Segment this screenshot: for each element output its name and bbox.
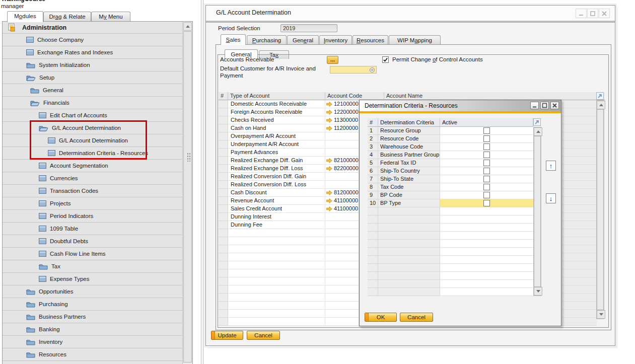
criteria-row-empty[interactable] bbox=[368, 248, 533, 256]
minimize-icon[interactable] bbox=[530, 102, 539, 109]
row-num-cell[interactable] bbox=[219, 116, 228, 124]
col-account-name[interactable]: Account Name bbox=[384, 92, 597, 100]
criteria-table-scrollbar[interactable] bbox=[533, 127, 541, 296]
row-num-cell[interactable] bbox=[219, 132, 228, 140]
active-cell[interactable] bbox=[440, 143, 533, 151]
active-cell[interactable] bbox=[440, 151, 533, 159]
type-of-account-cell[interactable] bbox=[228, 269, 325, 277]
criteria-row-empty[interactable] bbox=[368, 288, 533, 296]
active-cell[interactable] bbox=[440, 127, 533, 135]
active-cell[interactable] bbox=[440, 135, 533, 143]
active-checkbox[interactable] bbox=[483, 152, 490, 158]
row-num-cell[interactable] bbox=[368, 224, 378, 232]
row-num-cell[interactable] bbox=[368, 215, 378, 224]
active-cell[interactable] bbox=[440, 191, 533, 199]
sidebar-item-period-indicators[interactable]: Period Indicators bbox=[3, 210, 182, 223]
criteria-label-cell[interactable] bbox=[378, 224, 440, 232]
active-checkbox[interactable] bbox=[483, 160, 490, 166]
criteria-label-cell[interactable] bbox=[378, 207, 440, 215]
row-num-cell[interactable]: 6 bbox=[368, 167, 378, 175]
tab-my-menu[interactable]: My Menu bbox=[91, 12, 130, 22]
sidebar-item-expense-types[interactable]: Expense Types bbox=[3, 273, 182, 285]
type-of-account-cell[interactable] bbox=[228, 285, 325, 294]
criteria-label-cell[interactable] bbox=[378, 272, 440, 280]
sidebar-item-cash-flow-line-items[interactable]: Cash Flow Line Items bbox=[3, 248, 182, 260]
row-num-cell[interactable]: 5 bbox=[368, 159, 378, 167]
criteria-row-empty[interactable] bbox=[368, 264, 533, 272]
row-num-cell[interactable] bbox=[219, 181, 228, 189]
row-num-cell[interactable]: 9 bbox=[368, 191, 378, 199]
active-cell[interactable] bbox=[440, 159, 533, 167]
type-of-account-cell[interactable] bbox=[228, 310, 325, 318]
active-cell[interactable] bbox=[440, 248, 533, 256]
criteria-label-cell[interactable] bbox=[378, 256, 440, 264]
type-of-account-cell[interactable]: Realized Exchange Diff. Gain bbox=[228, 157, 325, 165]
row-num-cell[interactable] bbox=[368, 248, 378, 256]
criteria-label-cell[interactable] bbox=[378, 280, 440, 288]
active-cell[interactable] bbox=[440, 224, 533, 232]
criteria-row-resource-code[interactable]: 2Resource Code bbox=[368, 135, 533, 143]
active-cell[interactable] bbox=[440, 167, 533, 175]
close-icon[interactable] bbox=[599, 9, 610, 18]
scroll-up-icon[interactable] bbox=[183, 22, 192, 31]
row-num-cell[interactable] bbox=[219, 205, 228, 213]
active-cell[interactable] bbox=[440, 264, 533, 272]
active-checkbox[interactable] bbox=[483, 143, 490, 150]
criteria-row-empty[interactable] bbox=[368, 232, 533, 240]
account-code-value[interactable]: 81200000- bbox=[334, 189, 361, 196]
criteria-row-bp-code[interactable]: 9BP Code bbox=[368, 191, 533, 199]
row-num-cell[interactable] bbox=[368, 288, 378, 296]
row-num-cell[interactable]: 8 bbox=[368, 183, 378, 191]
tree-header-administration[interactable]: Administration bbox=[3, 22, 182, 34]
expand-grid-icon[interactable] bbox=[596, 92, 604, 100]
active-cell[interactable] bbox=[440, 215, 533, 224]
criteria-row-empty[interactable] bbox=[368, 256, 533, 264]
sidebar-item-account-segmentation[interactable]: Account Segmentation bbox=[3, 160, 182, 172]
scroll-down-icon[interactable] bbox=[597, 310, 605, 319]
row-num-cell[interactable] bbox=[219, 253, 228, 261]
col-num[interactable]: # bbox=[368, 118, 378, 127]
accounts-receivable-browse-button[interactable]: ... bbox=[327, 56, 338, 64]
sidebar-item-opportunities[interactable]: Opportunities bbox=[3, 285, 182, 298]
col-type-of-account[interactable]: Type of Account bbox=[228, 92, 325, 100]
criteria-row-empty[interactable] bbox=[368, 215, 533, 224]
row-num-cell[interactable] bbox=[219, 124, 228, 132]
active-cell[interactable] bbox=[440, 288, 533, 296]
sidebar-item-currencies[interactable]: Currencies bbox=[3, 172, 182, 185]
criteria-label-cell[interactable] bbox=[378, 264, 440, 272]
active-checkbox[interactable] bbox=[483, 127, 490, 134]
row-num-cell[interactable]: 4 bbox=[368, 151, 378, 159]
choose-from-list-icon[interactable] bbox=[369, 67, 375, 73]
active-checkbox[interactable] bbox=[483, 184, 490, 190]
row-num-cell[interactable]: 10 bbox=[368, 199, 378, 207]
row-num-cell[interactable] bbox=[368, 240, 378, 248]
criteria-row-business-partner-group[interactable]: 4Business Partner Group bbox=[368, 151, 533, 159]
type-of-account-cell[interactable]: Realized Exchange Diff. Loss bbox=[228, 165, 325, 173]
sidebar-scrollbar[interactable] bbox=[182, 22, 192, 364]
tab-drag-and-relate[interactable]: Drag & Relate bbox=[43, 12, 91, 22]
expand-grid-icon[interactable] bbox=[533, 118, 541, 126]
type-of-account-cell[interactable]: Underpayment A/R Account bbox=[228, 140, 325, 149]
criteria-label-cell[interactable]: Resource Group bbox=[378, 127, 440, 135]
criteria-row-warehouse-code[interactable]: 3Warehouse Code bbox=[368, 143, 533, 151]
type-of-account-cell[interactable] bbox=[228, 318, 325, 326]
sidebar-item-system-initialization[interactable]: System Initialization bbox=[3, 59, 182, 71]
criteria-label-cell[interactable]: BP Type bbox=[378, 199, 440, 207]
row-num-cell[interactable] bbox=[219, 302, 228, 310]
active-checkbox[interactable] bbox=[483, 168, 490, 174]
close-icon[interactable] bbox=[550, 102, 559, 109]
type-of-account-cell[interactable] bbox=[228, 245, 325, 253]
account-table-scrollbar[interactable] bbox=[596, 100, 604, 319]
sidebar-item-inventory[interactable]: Inventory bbox=[3, 336, 182, 348]
row-num-cell[interactable] bbox=[219, 237, 228, 245]
scroll-up-icon[interactable] bbox=[597, 101, 605, 109]
row-num-cell[interactable] bbox=[219, 310, 228, 318]
sidebar-item-purchasing[interactable]: Purchasing bbox=[3, 298, 182, 311]
permit-change-checkbox[interactable] bbox=[382, 56, 389, 63]
active-checkbox[interactable] bbox=[483, 176, 490, 182]
active-cell[interactable] bbox=[440, 175, 533, 183]
col-active[interactable]: Active bbox=[440, 118, 533, 127]
splitter-grip[interactable] bbox=[187, 153, 191, 162]
ok-button[interactable]: OK bbox=[365, 313, 397, 322]
row-num-cell[interactable]: 7 bbox=[368, 175, 378, 183]
